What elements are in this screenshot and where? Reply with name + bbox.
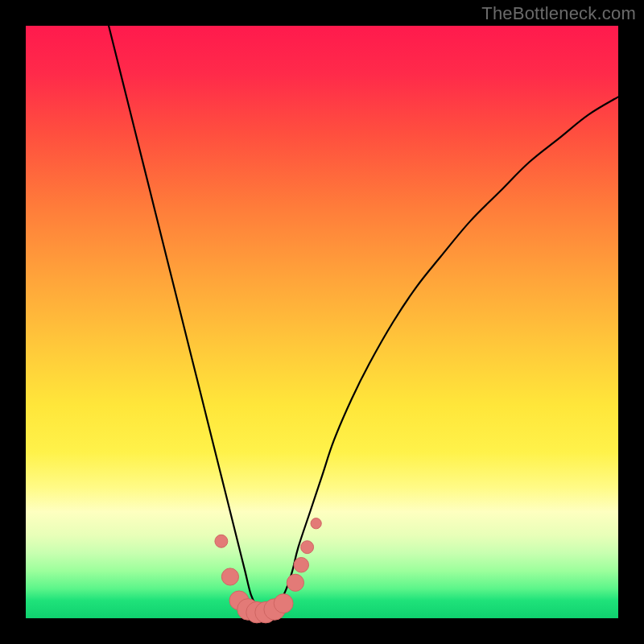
- curve-marker: [215, 535, 228, 547]
- curve-marker: [287, 574, 303, 591]
- chart-svg: [26, 26, 618, 618]
- chart-frame: TheBottleneck.com: [0, 0, 644, 644]
- curve-marker: [221, 568, 238, 585]
- curve-markers: [215, 518, 321, 623]
- curve-marker: [294, 557, 309, 572]
- bottleneck-curve: [109, 26, 618, 613]
- curve-marker: [311, 518, 321, 529]
- plot-area: [26, 26, 618, 618]
- curve-marker: [301, 541, 314, 554]
- curve-marker: [274, 594, 293, 613]
- watermark-text: TheBottleneck.com: [481, 3, 636, 24]
